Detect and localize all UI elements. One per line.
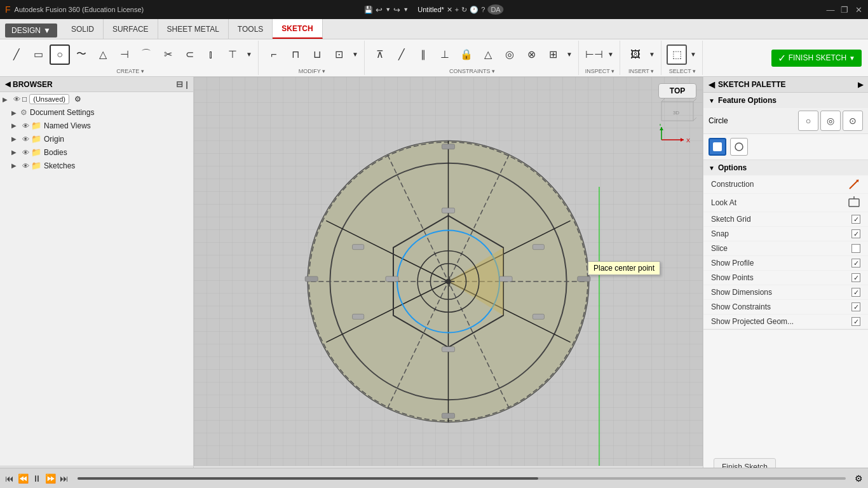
save-icon[interactable]: 💾 (364, 6, 373, 14)
fill-outline-btn[interactable] (730, 138, 748, 156)
offset-tool[interactable]: ⊂ (179, 44, 200, 65)
mirror-tool[interactable]: ⫿ (201, 44, 221, 65)
rect-tool[interactable]: ▭ (28, 44, 48, 65)
construction-icon[interactable] (848, 178, 860, 191)
history-btn[interactable]: 🕐 (470, 6, 478, 14)
help-btn[interactable]: ? (481, 6, 485, 13)
tab-sketch[interactable]: SKETCH (273, 19, 322, 39)
snap-control[interactable] (851, 229, 860, 238)
show-points-checkbox[interactable] (851, 273, 860, 282)
show-dimensions-control[interactable] (851, 288, 860, 297)
minimize-btn[interactable]: — (826, 5, 835, 14)
settings-gear-icon[interactable]: ⚙ (855, 473, 863, 484)
root-visibility[interactable]: 👁 (13, 95, 20, 103)
slice-control[interactable] (851, 244, 860, 253)
fill-solid-btn[interactable] (709, 138, 726, 156)
fillet-tool[interactable]: ⌐ (264, 44, 284, 65)
browser-back-icon[interactable]: ◀ (5, 80, 10, 88)
design-button[interactable]: DESIGN ▼ (5, 24, 57, 37)
undo-dropdown[interactable]: ▼ (385, 6, 391, 13)
create-dropdown[interactable]: ▼ (244, 44, 254, 65)
root-settings-icon[interactable]: ⚙ (74, 95, 81, 104)
redo-btn[interactable]: ↪ (393, 5, 400, 15)
timeline-track[interactable] (78, 477, 846, 480)
bodies-visibility[interactable]: 👁 (22, 149, 29, 156)
insert-dropdown[interactable]: ▼ (647, 44, 657, 65)
trim-tool[interactable]: ✂ (158, 44, 178, 65)
playback-next[interactable]: ⏩ (45, 473, 56, 484)
palette-expand-right[interactable]: ▶ (858, 81, 863, 89)
sketch-grid-control[interactable] (851, 215, 860, 224)
tree-named-views[interactable]: ▶ 👁 📁 Named Views (0, 119, 193, 132)
playback-to-start[interactable]: ⏮ (5, 473, 14, 484)
doc-close[interactable]: ✕ (447, 6, 452, 14)
tab-surface[interactable]: SURFACE (104, 19, 158, 39)
slice-checkbox[interactable] (851, 244, 860, 253)
tree-sketches[interactable]: ▶ 👁 📁 Sketches (0, 159, 193, 172)
look-at-control[interactable] (848, 196, 860, 209)
tree-bodies[interactable]: ▶ 👁 📁 Bodies (0, 146, 193, 159)
project-tool[interactable]: ⊡ (329, 44, 349, 65)
measure-tool[interactable]: ⊢⊣ (584, 44, 604, 65)
user-avatar[interactable]: DA (487, 4, 503, 15)
offset2-tool[interactable]: ⊓ (285, 44, 306, 65)
polygon-tool[interactable]: △ (93, 44, 113, 65)
fix-tool[interactable]: ⊞ (543, 44, 563, 65)
feature-options-header[interactable]: ▼ Feature Options (703, 93, 868, 108)
options-header[interactable]: ▼ Options (703, 160, 868, 175)
named-views-visibility[interactable]: 👁 (22, 122, 29, 130)
show-profile-control[interactable] (851, 259, 860, 268)
circle-outline-btn[interactable]: ◎ (820, 111, 841, 131)
finish-sketch-button[interactable]: ✓ FINISH SKETCH ▼ (771, 50, 862, 67)
browser-collapse-icon[interactable]: | (186, 79, 188, 89)
playback-play[interactable]: ⏸ (32, 473, 41, 484)
root-arrow[interactable]: ▶ (3, 96, 11, 103)
construction-control[interactable] (848, 178, 860, 191)
inspect-dropdown[interactable]: ▼ (606, 44, 616, 65)
image-tool[interactable]: 🖼 (625, 44, 646, 65)
line2-tool[interactable]: ⊣ (114, 44, 135, 65)
palette-collapse-left[interactable]: ◀| (709, 81, 715, 89)
concentric-tool[interactable]: ◎ (499, 44, 520, 65)
extend-tool[interactable]: ⊔ (307, 44, 327, 65)
lock-tool[interactable]: 🔒 (456, 44, 477, 65)
circle-3point-btn[interactable]: ⊙ (843, 111, 863, 131)
restore-btn[interactable]: ❐ (840, 5, 849, 14)
redo-dropdown[interactable]: ▼ (403, 6, 409, 13)
bodies-arrow[interactable]: ▶ (11, 149, 20, 156)
view-cube-top[interactable]: TOP (658, 83, 696, 98)
finish-sketch-dropdown[interactable]: ▼ (849, 55, 855, 62)
tab-tools[interactable]: TOOLS (229, 19, 273, 39)
undo-btn[interactable]: ↩ (376, 5, 383, 15)
circle-solid-btn[interactable]: ○ (798, 111, 818, 131)
doc-settings-arrow[interactable]: ▶ (11, 109, 20, 116)
coincident-tool[interactable]: ⊼ (370, 44, 390, 65)
collinear-tool[interactable]: ╱ (391, 44, 412, 65)
close-btn[interactable]: ✕ (854, 5, 863, 14)
circle-tool[interactable]: ○ (50, 44, 70, 65)
playback-prev[interactable]: ⏪ (18, 473, 29, 484)
show-dimensions-checkbox[interactable] (851, 288, 860, 297)
playback-to-end[interactable]: ⏭ (60, 473, 69, 484)
show-constraints-checkbox[interactable] (851, 302, 860, 311)
constraints-dropdown[interactable]: ▼ (564, 44, 574, 65)
select-tool[interactable]: ⬚ (667, 44, 687, 65)
arc-tool[interactable]: ⌒ (136, 44, 156, 65)
show-profile-checkbox[interactable] (851, 259, 860, 268)
tab-sheet-metal[interactable]: SHEET METAL (158, 19, 229, 39)
equal-tool[interactable]: ⊗ (521, 44, 541, 65)
spline-tool[interactable]: 〜 (71, 44, 92, 65)
sketches-visibility[interactable]: 👁 (22, 162, 29, 170)
origin-arrow[interactable]: ▶ (11, 135, 20, 142)
break-tool[interactable]: ⊤ (222, 44, 243, 65)
tree-root[interactable]: ▶ 👁 □ (Unsaved) ⚙ (0, 92, 193, 106)
origin-visibility[interactable]: 👁 (22, 135, 29, 143)
sketch-grid-checkbox[interactable] (851, 215, 860, 224)
show-constraints-control[interactable] (851, 302, 860, 311)
look-at-icon[interactable] (848, 196, 860, 209)
select-dropdown[interactable]: ▼ (688, 44, 698, 65)
view-cube[interactable]: TOP 3D X Y (658, 83, 696, 121)
show-projected-checkbox[interactable] (851, 317, 860, 326)
tangent-tool[interactable]: △ (478, 44, 498, 65)
tree-origin[interactable]: ▶ 👁 📁 Origin (0, 132, 193, 146)
